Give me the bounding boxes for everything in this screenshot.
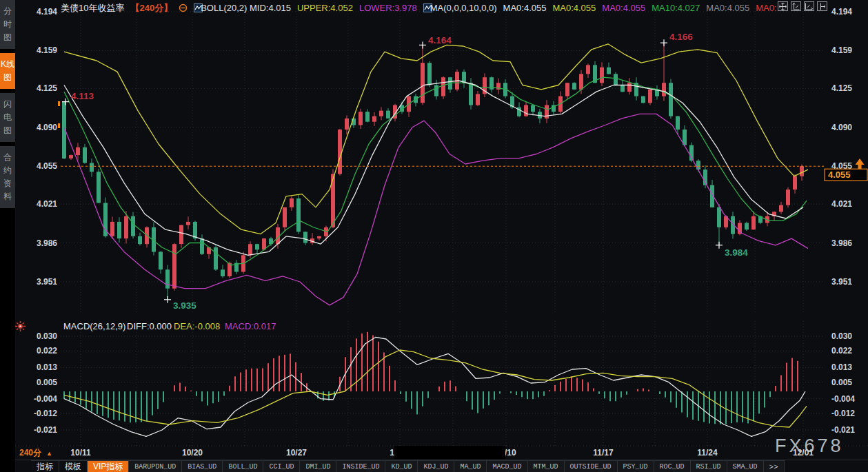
svg-text:-0.004: -0.004 [34, 394, 57, 404]
svg-text:4.021: 4.021 [37, 199, 57, 209]
svg-text:3.986: 3.986 [37, 238, 57, 248]
svg-text:4.159: 4.159 [37, 45, 57, 55]
last-price-tag: 4.055 [828, 170, 851, 180]
toolbar-item-kdj-ud[interactable]: KDJ_UD [418, 461, 454, 472]
svg-text:4.021: 4.021 [831, 199, 852, 209]
svg-text:4.164: 4.164 [428, 35, 452, 45]
svg-text:-0.012: -0.012 [831, 409, 855, 418]
toolbar-item-cci-ud[interactable]: CCI_UD [263, 461, 300, 472]
svg-text:4.055: 4.055 [37, 161, 57, 171]
svg-text:-0.012: -0.012 [34, 409, 57, 418]
svg-text:4.159: 4.159 [831, 45, 852, 55]
toolbar-item-dmi-ud[interactable]: DMI_UD [300, 461, 336, 472]
svg-text:11/17: 11/17 [593, 448, 614, 458]
indicator-readout: MA10:4.027 [652, 3, 700, 13]
svg-text:0.022: 0.022 [831, 346, 852, 356]
toolbar-item-psy-ud[interactable]: PSY_UD [618, 461, 654, 472]
svg-text:4.194: 4.194 [831, 7, 852, 17]
svg-text:3.984: 3.984 [725, 247, 748, 258]
toolbar-item-bias-ud[interactable]: BIAS_UD [182, 461, 223, 472]
indicator-readout: MA0:4.055 [503, 3, 547, 13]
svg-text:4.113: 4.113 [71, 91, 94, 101]
svg-text:MACD:0.017: MACD:0.017 [225, 321, 276, 331]
sidebar-item-flash[interactable]: 闪电图 [0, 93, 15, 142]
timeframe-label: 240分 [19, 448, 41, 458]
collapse-indicator-icon[interactable] [179, 3, 188, 12]
period-label[interactable]: 【240分】 [130, 2, 172, 14]
svg-text:0.005: 0.005 [831, 378, 852, 387]
svg-text:12/01: 12/01 [793, 448, 814, 458]
fit-x-axis-icon[interactable] [804, 1, 814, 11]
toolbar-item-inside-ud[interactable]: INSIDE_UD [336, 461, 385, 472]
svg-text:11/24: 11/24 [697, 448, 718, 458]
sidebar-item-kline[interactable]: K线图 [0, 53, 15, 89]
svg-text:4.194: 4.194 [37, 7, 57, 17]
crosshair-move-icon[interactable] [778, 1, 788, 11]
indicator-readout: LOWER:3.978 [359, 3, 417, 13]
svg-text:0.013: 0.013 [831, 362, 852, 372]
sidebar: 分时图K线图闪电图合约资料 [0, 0, 15, 472]
svg-text:3.951: 3.951 [831, 277, 852, 287]
chart-canvas[interactable]: 4.1944.1944.1594.1594.1254.1254.0904.090… [0, 0, 868, 460]
timeframe-selector[interactable]: 240分▲ [19, 447, 52, 459]
window-controls [778, 1, 827, 11]
fit-y-axis-icon[interactable] [791, 1, 801, 11]
svg-text:3.935: 3.935 [173, 300, 196, 311]
toolbar-item-boll-ud[interactable]: BOLL_UD [223, 461, 263, 472]
sidebar-item-contract[interactable]: 合约资料 [0, 146, 15, 208]
sidebar-item-fenshi[interactable]: 分时图 [0, 0, 15, 49]
toolbar-item-macd-ud[interactable]: MACD_UD [487, 461, 527, 472]
toolbar-item-kd-ud[interactable]: KD_UD [385, 461, 418, 472]
svg-text:0.022: 0.022 [37, 346, 57, 356]
svg-text:DEA:-0.008: DEA:-0.008 [174, 321, 220, 331]
indicator-readout: UPPER:4.052 [297, 3, 353, 13]
toolbar-item-roc-ud[interactable]: ROC_UD [654, 461, 691, 472]
svg-text:-0.004: -0.004 [831, 394, 855, 404]
indicator-readout: BOLL(20,2) MID:4.015 [201, 3, 291, 13]
chart-header: 美债10年收益率 【240分】 BOLL(20,2) MID:4.015UPPE… [61, 2, 783, 14]
toolbar-item-sma-ud[interactable]: SMA_UD [727, 461, 764, 472]
svg-text:3.951: 3.951 [37, 277, 57, 287]
svg-text:10/11: 10/11 [70, 448, 91, 458]
trading-app: 分时图K线图闪电图合约资料 美债10年收益率 【240分】 BOLL(20,2)… [0, 0, 868, 472]
toolbar-more-button[interactable]: >> [764, 461, 785, 472]
toolbar-item--[interactable]: 模板 [59, 461, 88, 472]
svg-text:MACD(26,12,9): MACD(26,12,9) [63, 321, 125, 331]
svg-text:0.030: 0.030 [37, 331, 57, 341]
toolbar-item-rsi-ud[interactable]: RSI_UD [691, 461, 727, 472]
pan-right-icon[interactable] [817, 1, 827, 11]
indicator-readout: MA(0,0,0,10,0,0) [430, 3, 497, 13]
indicator-readout: MA0:4.055 [602, 3, 645, 13]
toolbar-item-vip-[interactable]: VIP指标 [88, 461, 129, 472]
svg-text:-0.021: -0.021 [34, 425, 57, 435]
svg-text:4.090: 4.090 [831, 123, 852, 132]
svg-text:0.005: 0.005 [37, 378, 57, 387]
svg-text:4.125: 4.125 [831, 83, 852, 93]
svg-text:10/27: 10/27 [286, 448, 307, 458]
toolbar-item-ma-ud[interactable]: MA_UD [454, 461, 487, 472]
svg-text:4.125: 4.125 [37, 83, 57, 93]
indicator-readout: MA0: [756, 3, 776, 13]
svg-text:0.030: 0.030 [831, 331, 852, 341]
indicator-settings-icon[interactable] [14, 320, 26, 335]
toolbar-item-outside-ud[interactable]: OUTSIDE_UD [565, 461, 618, 472]
toolbar-item-mtm-ud[interactable]: MTM_UD [528, 461, 565, 472]
svg-text:3.986: 3.986 [831, 238, 852, 248]
toolbar-item--[interactable]: 指标 [31, 461, 59, 472]
indicator-readout: MA0:4.055 [706, 3, 749, 13]
symbol-title: 美债10年收益率 [61, 2, 124, 14]
svg-text:-0.021: -0.021 [831, 425, 855, 435]
toolbar-item-barupdn-ud[interactable]: BARUPDN_UD [129, 461, 182, 472]
indicator-readouts: BOLL(20,2) MID:4.015UPPER:4.052LOWER:3.9… [194, 3, 783, 13]
svg-text:4.166: 4.166 [669, 32, 693, 42]
svg-text:0.013: 0.013 [37, 362, 57, 372]
triangle-up-icon: ▲ [46, 450, 52, 457]
svg-text:10/20: 10/20 [182, 448, 203, 458]
svg-text:4.090: 4.090 [37, 123, 57, 132]
svg-text:DIFF:0.000: DIFF:0.000 [127, 321, 172, 331]
bottom-toolbar: 指标模板VIP指标BARUPDN_UDBIAS_UDBOLL_UDCCI_UDD… [31, 460, 785, 472]
indicator-readout: MA0:4.055 [552, 3, 596, 13]
